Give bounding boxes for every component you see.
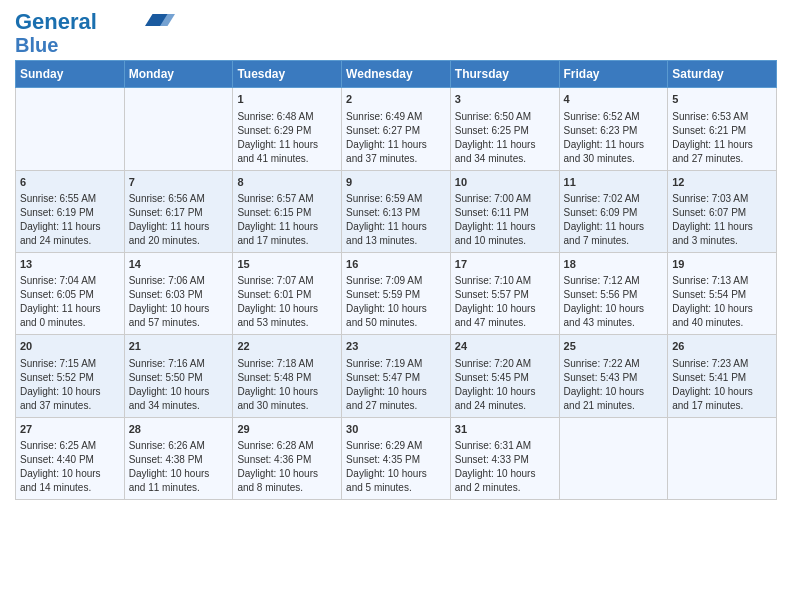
- day-info: Sunrise: 6:26 AM Sunset: 4:38 PM Dayligh…: [129, 439, 229, 495]
- calendar-cell: [668, 417, 777, 499]
- header-day: Saturday: [668, 61, 777, 88]
- calendar-cell: 9Sunrise: 6:59 AM Sunset: 6:13 PM Daylig…: [342, 170, 451, 252]
- calendar-cell: 29Sunrise: 6:28 AM Sunset: 4:36 PM Dayli…: [233, 417, 342, 499]
- header-day: Monday: [124, 61, 233, 88]
- logo-icon: [145, 11, 175, 29]
- day-number: 25: [564, 339, 664, 354]
- calendar-cell: 10Sunrise: 7:00 AM Sunset: 6:11 PM Dayli…: [450, 170, 559, 252]
- calendar-header: SundayMondayTuesdayWednesdayThursdayFrid…: [16, 61, 777, 88]
- day-info: Sunrise: 7:19 AM Sunset: 5:47 PM Dayligh…: [346, 357, 446, 413]
- day-number: 1: [237, 92, 337, 107]
- day-number: 6: [20, 175, 120, 190]
- day-info: Sunrise: 7:16 AM Sunset: 5:50 PM Dayligh…: [129, 357, 229, 413]
- day-info: Sunrise: 6:52 AM Sunset: 6:23 PM Dayligh…: [564, 110, 664, 166]
- day-number: 4: [564, 92, 664, 107]
- calendar-week-row: 6Sunrise: 6:55 AM Sunset: 6:19 PM Daylig…: [16, 170, 777, 252]
- day-number: 3: [455, 92, 555, 107]
- day-number: 2: [346, 92, 446, 107]
- day-number: 18: [564, 257, 664, 272]
- calendar-cell: 30Sunrise: 6:29 AM Sunset: 4:35 PM Dayli…: [342, 417, 451, 499]
- calendar-cell: 7Sunrise: 6:56 AM Sunset: 6:17 PM Daylig…: [124, 170, 233, 252]
- calendar-cell: 4Sunrise: 6:52 AM Sunset: 6:23 PM Daylig…: [559, 88, 668, 170]
- header-day: Tuesday: [233, 61, 342, 88]
- calendar-cell: 6Sunrise: 6:55 AM Sunset: 6:19 PM Daylig…: [16, 170, 125, 252]
- calendar-cell: 31Sunrise: 6:31 AM Sunset: 4:33 PM Dayli…: [450, 417, 559, 499]
- day-number: 14: [129, 257, 229, 272]
- day-number: 11: [564, 175, 664, 190]
- day-number: 13: [20, 257, 120, 272]
- calendar-week-row: 27Sunrise: 6:25 AM Sunset: 4:40 PM Dayli…: [16, 417, 777, 499]
- day-number: 23: [346, 339, 446, 354]
- calendar-week-row: 1Sunrise: 6:48 AM Sunset: 6:29 PM Daylig…: [16, 88, 777, 170]
- calendar-week-row: 20Sunrise: 7:15 AM Sunset: 5:52 PM Dayli…: [16, 335, 777, 417]
- day-info: Sunrise: 6:59 AM Sunset: 6:13 PM Dayligh…: [346, 192, 446, 248]
- calendar-cell: [559, 417, 668, 499]
- day-info: Sunrise: 7:07 AM Sunset: 6:01 PM Dayligh…: [237, 274, 337, 330]
- day-info: Sunrise: 6:56 AM Sunset: 6:17 PM Dayligh…: [129, 192, 229, 248]
- day-number: 30: [346, 422, 446, 437]
- day-number: 26: [672, 339, 772, 354]
- day-info: Sunrise: 7:09 AM Sunset: 5:59 PM Dayligh…: [346, 274, 446, 330]
- header-row: SundayMondayTuesdayWednesdayThursdayFrid…: [16, 61, 777, 88]
- day-number: 20: [20, 339, 120, 354]
- calendar-cell: 21Sunrise: 7:16 AM Sunset: 5:50 PM Dayli…: [124, 335, 233, 417]
- day-number: 31: [455, 422, 555, 437]
- day-info: Sunrise: 6:57 AM Sunset: 6:15 PM Dayligh…: [237, 192, 337, 248]
- calendar-cell: 19Sunrise: 7:13 AM Sunset: 5:54 PM Dayli…: [668, 252, 777, 334]
- day-number: 19: [672, 257, 772, 272]
- day-info: Sunrise: 6:55 AM Sunset: 6:19 PM Dayligh…: [20, 192, 120, 248]
- day-info: Sunrise: 7:22 AM Sunset: 5:43 PM Dayligh…: [564, 357, 664, 413]
- logo-text: General: [15, 10, 97, 34]
- day-number: 15: [237, 257, 337, 272]
- day-number: 24: [455, 339, 555, 354]
- day-info: Sunrise: 7:13 AM Sunset: 5:54 PM Dayligh…: [672, 274, 772, 330]
- day-info: Sunrise: 7:06 AM Sunset: 6:03 PM Dayligh…: [129, 274, 229, 330]
- calendar-cell: 1Sunrise: 6:48 AM Sunset: 6:29 PM Daylig…: [233, 88, 342, 170]
- calendar-cell: 26Sunrise: 7:23 AM Sunset: 5:41 PM Dayli…: [668, 335, 777, 417]
- day-number: 21: [129, 339, 229, 354]
- day-info: Sunrise: 7:12 AM Sunset: 5:56 PM Dayligh…: [564, 274, 664, 330]
- day-info: Sunrise: 6:48 AM Sunset: 6:29 PM Dayligh…: [237, 110, 337, 166]
- calendar-cell: 13Sunrise: 7:04 AM Sunset: 6:05 PM Dayli…: [16, 252, 125, 334]
- header-day: Thursday: [450, 61, 559, 88]
- day-info: Sunrise: 6:53 AM Sunset: 6:21 PM Dayligh…: [672, 110, 772, 166]
- calendar-cell: 5Sunrise: 6:53 AM Sunset: 6:21 PM Daylig…: [668, 88, 777, 170]
- day-info: Sunrise: 6:28 AM Sunset: 4:36 PM Dayligh…: [237, 439, 337, 495]
- day-info: Sunrise: 7:10 AM Sunset: 5:57 PM Dayligh…: [455, 274, 555, 330]
- day-number: 7: [129, 175, 229, 190]
- day-info: Sunrise: 7:15 AM Sunset: 5:52 PM Dayligh…: [20, 357, 120, 413]
- day-number: 27: [20, 422, 120, 437]
- day-number: 29: [237, 422, 337, 437]
- calendar-cell: 28Sunrise: 6:26 AM Sunset: 4:38 PM Dayli…: [124, 417, 233, 499]
- calendar-cell: 14Sunrise: 7:06 AM Sunset: 6:03 PM Dayli…: [124, 252, 233, 334]
- day-info: Sunrise: 6:25 AM Sunset: 4:40 PM Dayligh…: [20, 439, 120, 495]
- header-day: Friday: [559, 61, 668, 88]
- day-number: 10: [455, 175, 555, 190]
- day-number: 22: [237, 339, 337, 354]
- calendar-cell: 23Sunrise: 7:19 AM Sunset: 5:47 PM Dayli…: [342, 335, 451, 417]
- logo: General Blue: [15, 10, 175, 56]
- calendar-week-row: 13Sunrise: 7:04 AM Sunset: 6:05 PM Dayli…: [16, 252, 777, 334]
- calendar-cell: 11Sunrise: 7:02 AM Sunset: 6:09 PM Dayli…: [559, 170, 668, 252]
- calendar-cell: 8Sunrise: 6:57 AM Sunset: 6:15 PM Daylig…: [233, 170, 342, 252]
- day-info: Sunrise: 6:50 AM Sunset: 6:25 PM Dayligh…: [455, 110, 555, 166]
- day-info: Sunrise: 7:00 AM Sunset: 6:11 PM Dayligh…: [455, 192, 555, 248]
- calendar-cell: 2Sunrise: 6:49 AM Sunset: 6:27 PM Daylig…: [342, 88, 451, 170]
- calendar-table: SundayMondayTuesdayWednesdayThursdayFrid…: [15, 60, 777, 500]
- day-number: 16: [346, 257, 446, 272]
- day-number: 5: [672, 92, 772, 107]
- calendar-cell: 25Sunrise: 7:22 AM Sunset: 5:43 PM Dayli…: [559, 335, 668, 417]
- day-number: 17: [455, 257, 555, 272]
- calendar-cell: 24Sunrise: 7:20 AM Sunset: 5:45 PM Dayli…: [450, 335, 559, 417]
- calendar-cell: 27Sunrise: 6:25 AM Sunset: 4:40 PM Dayli…: [16, 417, 125, 499]
- day-info: Sunrise: 7:04 AM Sunset: 6:05 PM Dayligh…: [20, 274, 120, 330]
- header-day: Sunday: [16, 61, 125, 88]
- calendar-cell: 12Sunrise: 7:03 AM Sunset: 6:07 PM Dayli…: [668, 170, 777, 252]
- page-header: General Blue: [15, 10, 777, 56]
- calendar-cell: 16Sunrise: 7:09 AM Sunset: 5:59 PM Dayli…: [342, 252, 451, 334]
- calendar-cell: 17Sunrise: 7:10 AM Sunset: 5:57 PM Dayli…: [450, 252, 559, 334]
- calendar-body: 1Sunrise: 6:48 AM Sunset: 6:29 PM Daylig…: [16, 88, 777, 500]
- day-info: Sunrise: 7:03 AM Sunset: 6:07 PM Dayligh…: [672, 192, 772, 248]
- day-number: 28: [129, 422, 229, 437]
- header-day: Wednesday: [342, 61, 451, 88]
